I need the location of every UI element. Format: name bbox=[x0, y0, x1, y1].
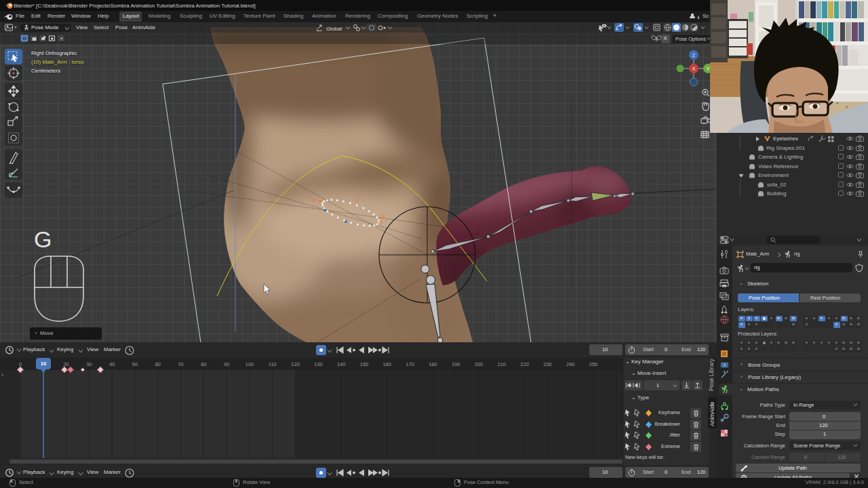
svg-text:170: 170 bbox=[406, 361, 414, 367]
svg-text:27: 27 bbox=[355, 197, 361, 202]
svg-text:70: 70 bbox=[178, 361, 183, 367]
svg-text:230: 230 bbox=[543, 361, 552, 367]
svg-text:110: 110 bbox=[269, 361, 277, 367]
svg-text:Global: Global bbox=[326, 26, 342, 32]
svg-text:220: 220 bbox=[520, 361, 529, 367]
svg-text:19: 19 bbox=[378, 220, 383, 225]
svg-text:X: X bbox=[692, 66, 696, 71]
svg-text:60: 60 bbox=[155, 361, 161, 367]
svg-text:Z: Z bbox=[692, 53, 696, 58]
svg-text:100: 100 bbox=[245, 361, 254, 367]
svg-text:30: 30 bbox=[311, 198, 317, 203]
svg-text:Y: Y bbox=[707, 66, 710, 71]
svg-text:22: 22 bbox=[380, 214, 386, 218]
svg-text:160: 160 bbox=[383, 361, 392, 367]
svg-text:›: › bbox=[1, 371, 3, 378]
svg-text:140: 140 bbox=[337, 361, 346, 367]
svg-text:250: 250 bbox=[589, 361, 598, 367]
svg-text:80: 80 bbox=[201, 361, 206, 367]
svg-text:180: 180 bbox=[429, 361, 437, 367]
svg-text:210: 210 bbox=[498, 361, 507, 367]
svg-text:130: 130 bbox=[314, 361, 323, 367]
svg-text:10: 10 bbox=[41, 361, 46, 367]
svg-text:50: 50 bbox=[132, 361, 138, 367]
svg-text:190: 190 bbox=[452, 361, 460, 367]
svg-text:200: 200 bbox=[475, 361, 484, 367]
svg-text:30: 30 bbox=[86, 361, 92, 367]
svg-text:90: 90 bbox=[224, 361, 229, 367]
svg-text:120: 120 bbox=[291, 361, 300, 367]
svg-text:40: 40 bbox=[109, 361, 115, 367]
svg-text:150: 150 bbox=[360, 361, 369, 367]
svg-text:240: 240 bbox=[566, 361, 575, 367]
